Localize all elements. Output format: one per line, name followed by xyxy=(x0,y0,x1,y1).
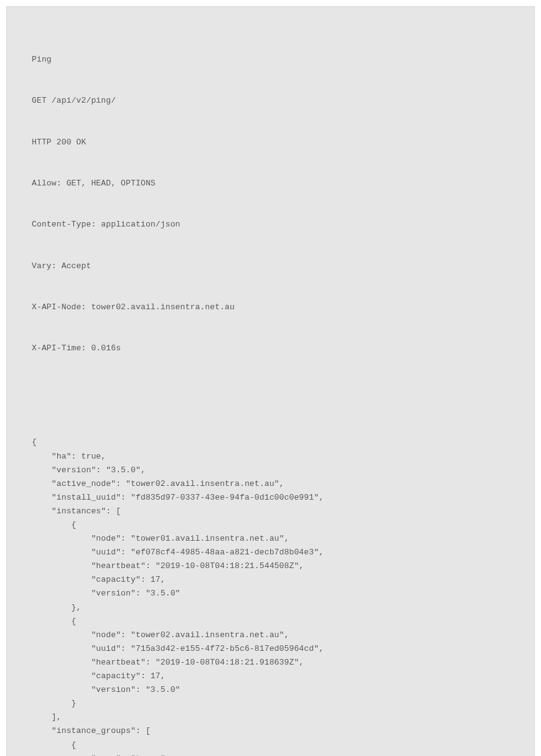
allow-header: Allow: GET, HEAD, OPTIONS xyxy=(32,177,509,190)
vary-header: Vary: Accept xyxy=(32,259,509,273)
request-line: GET /api/v2/ping/ xyxy=(32,94,509,108)
status-line: HTTP 200 OK xyxy=(32,136,509,149)
endpoint-title: Ping xyxy=(32,53,509,67)
content-type-header: Content-Type: application/json xyxy=(32,218,509,231)
x-api-time-header: X-API-Time: 0.016s xyxy=(32,342,509,355)
api-response-panel: Ping GET /api/v2/ping/ HTTP 200 OK Allow… xyxy=(6,6,535,756)
response-header-block: Ping GET /api/v2/ping/ HTTP 200 OK Allow… xyxy=(32,26,509,383)
x-api-node-header: X-API-Node: tower02.avail.insentra.net.a… xyxy=(32,301,509,314)
spacer xyxy=(32,383,509,436)
response-json-body: { "ha": true, "version": "3.5.0", "activ… xyxy=(32,436,509,756)
